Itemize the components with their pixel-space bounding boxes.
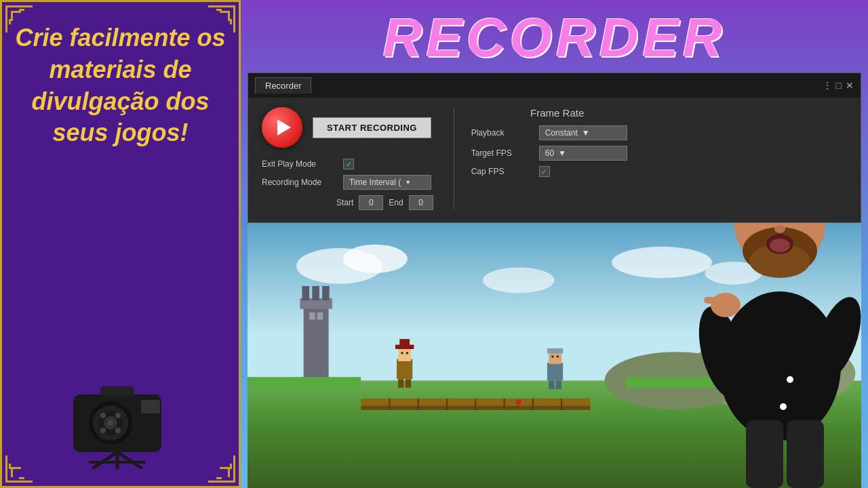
playback-row: Playback Constant ▼ xyxy=(471,125,644,140)
target-fps-dropdown[interactable]: 60 ▼ xyxy=(539,146,627,161)
exit-play-mode-row: Exit Play Mode ✓ xyxy=(262,159,433,169)
svg-point-32 xyxy=(115,428,121,433)
camera-illustration xyxy=(53,361,189,469)
recorder-title: RECORDER xyxy=(241,0,868,73)
target-fps-row: Target FPS 60 ▼ xyxy=(471,146,644,161)
cap-fps-row: Cap FPS ✓ xyxy=(471,166,644,177)
window-close-icon[interactable]: ✕ xyxy=(846,80,854,91)
recording-mode-arrow-icon: ▼ xyxy=(405,179,411,186)
svg-rect-18 xyxy=(208,481,235,483)
svg-rect-68 xyxy=(557,356,559,358)
window-body: START RECORDING Exit Play Mode ✓ Recordi… xyxy=(248,98,861,222)
svg-rect-7 xyxy=(233,5,235,33)
svg-rect-34 xyxy=(100,386,134,396)
play-btn-area: START RECORDING xyxy=(262,107,431,148)
svg-rect-35 xyxy=(141,400,160,413)
svg-rect-67 xyxy=(551,356,553,358)
svg-rect-69 xyxy=(549,380,554,389)
playback-label: Playback xyxy=(471,128,532,138)
svg-rect-62 xyxy=(398,379,403,388)
svg-rect-22 xyxy=(216,477,222,479)
svg-rect-54 xyxy=(309,312,315,320)
svg-rect-52 xyxy=(312,286,319,300)
svg-point-107 xyxy=(780,403,787,410)
svg-rect-1 xyxy=(5,5,7,33)
svg-rect-108 xyxy=(746,420,783,488)
svg-rect-19 xyxy=(233,455,235,483)
person-illustration xyxy=(685,223,861,488)
svg-rect-64 xyxy=(547,363,563,380)
svg-rect-6 xyxy=(208,5,235,7)
play-button[interactable] xyxy=(262,107,302,148)
svg-rect-63 xyxy=(406,379,411,388)
right-controls: Frame Rate Playback Constant ▼ Target FP… xyxy=(454,107,644,210)
left-panel: Crie facilmente os materiais de divulgaç… xyxy=(0,0,241,488)
window-menu-icon[interactable]: ⋮ xyxy=(823,80,832,91)
svg-point-43 xyxy=(483,268,555,293)
playback-arrow-icon: ▼ xyxy=(582,128,590,138)
start-input[interactable]: 0 xyxy=(359,195,383,210)
svg-line-36 xyxy=(94,452,117,468)
svg-point-80 xyxy=(515,399,521,405)
svg-rect-23 xyxy=(230,464,232,469)
exit-play-mode-label: Exit Play Mode xyxy=(262,159,336,169)
svg-rect-70 xyxy=(556,380,561,389)
promo-text: Crie facilmente os materiais de divulgaç… xyxy=(12,22,229,149)
svg-rect-59 xyxy=(399,339,410,346)
frame-rate-title: Frame Rate xyxy=(471,107,644,119)
svg-rect-11 xyxy=(230,19,232,24)
svg-rect-55 xyxy=(317,312,323,320)
svg-rect-21 xyxy=(228,467,230,477)
playback-value: Constant xyxy=(545,128,578,138)
target-fps-label: Target FPS xyxy=(471,148,532,158)
svg-rect-61 xyxy=(406,352,408,354)
play-triangle-icon xyxy=(277,119,291,136)
recording-mode-value: Time Interval ( xyxy=(349,178,401,187)
svg-rect-10 xyxy=(216,9,222,11)
svg-rect-82 xyxy=(248,377,361,388)
svg-point-105 xyxy=(770,239,790,252)
cap-fps-checkbox[interactable]: ✓ xyxy=(539,166,550,177)
svg-rect-9 xyxy=(228,11,230,21)
start-label: Start xyxy=(336,198,353,207)
svg-point-86 xyxy=(711,293,741,317)
svg-rect-66 xyxy=(547,348,563,353)
corner-decoration-br xyxy=(208,455,235,483)
recorder-window: Recorder ⋮ □ ✕ START RECORDING xyxy=(248,73,861,223)
svg-rect-12 xyxy=(5,481,33,483)
svg-point-103 xyxy=(774,225,785,233)
start-recording-button[interactable]: START RECORDING xyxy=(313,117,431,138)
svg-rect-13 xyxy=(5,455,7,483)
svg-rect-4 xyxy=(19,9,24,11)
svg-rect-51 xyxy=(302,286,310,300)
svg-rect-3 xyxy=(11,11,13,21)
svg-rect-16 xyxy=(19,477,24,479)
start-end-row: Start 0 End 0 xyxy=(262,195,433,210)
svg-rect-56 xyxy=(397,359,412,380)
exit-play-mode-checkbox[interactable]: ✓ xyxy=(343,159,354,169)
window-titlebar: Recorder ⋮ □ ✕ xyxy=(248,73,861,98)
svg-rect-5 xyxy=(9,19,11,24)
window-maximize-icon[interactable]: □ xyxy=(836,80,842,91)
window-tab[interactable]: Recorder xyxy=(255,77,311,94)
svg-rect-60 xyxy=(401,352,403,354)
recording-mode-row: Recording Mode Time Interval ( ▼ xyxy=(262,175,433,190)
svg-rect-109 xyxy=(787,420,824,488)
svg-point-31 xyxy=(100,428,106,433)
svg-point-30 xyxy=(115,413,121,418)
svg-point-29 xyxy=(100,413,106,418)
corner-decoration-tr xyxy=(208,5,235,33)
corner-decoration-bl xyxy=(5,455,33,483)
recording-mode-dropdown[interactable]: Time Interval ( ▼ xyxy=(343,175,431,190)
window-controls: ⋮ □ ✕ xyxy=(823,80,854,91)
playback-dropdown[interactable]: Constant ▼ xyxy=(539,125,627,140)
svg-rect-49 xyxy=(304,302,329,380)
corner-decoration-tl xyxy=(5,5,33,33)
target-fps-arrow-icon: ▼ xyxy=(558,148,566,158)
svg-point-106 xyxy=(787,376,793,383)
svg-rect-17 xyxy=(9,464,11,469)
right-panel: RECORDER Recorder ⋮ □ ✕ START RECORDING xyxy=(241,0,868,488)
left-controls: START RECORDING Exit Play Mode ✓ Recordi… xyxy=(262,107,433,210)
end-input[interactable]: 0 xyxy=(409,195,433,210)
svg-point-33 xyxy=(108,420,113,426)
